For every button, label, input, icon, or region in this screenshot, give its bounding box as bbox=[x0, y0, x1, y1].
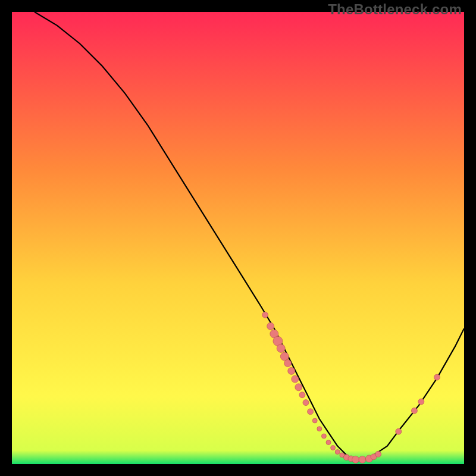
data-marker bbox=[418, 399, 424, 405]
data-marker bbox=[284, 360, 292, 367]
chart-frame bbox=[12, 12, 464, 464]
gradient-background bbox=[12, 12, 464, 464]
bottleneck-chart bbox=[12, 12, 464, 464]
data-marker bbox=[375, 451, 381, 457]
data-marker bbox=[434, 374, 440, 380]
data-marker bbox=[308, 409, 314, 415]
data-marker bbox=[295, 384, 302, 391]
data-marker bbox=[262, 312, 268, 318]
data-marker bbox=[292, 375, 299, 383]
data-marker bbox=[317, 427, 322, 431]
data-marker bbox=[359, 456, 366, 463]
data-marker bbox=[288, 367, 295, 374]
data-marker bbox=[280, 352, 289, 361]
data-marker bbox=[396, 428, 402, 434]
data-marker bbox=[331, 446, 336, 450]
data-marker bbox=[312, 418, 317, 423]
data-marker bbox=[303, 400, 309, 406]
data-marker bbox=[411, 408, 417, 414]
watermark-text: TheBottleneck.com bbox=[328, 1, 462, 18]
data-marker bbox=[299, 392, 305, 398]
data-marker bbox=[326, 440, 331, 445]
data-marker bbox=[277, 344, 285, 352]
data-marker bbox=[321, 434, 326, 439]
data-marker bbox=[335, 450, 340, 455]
data-marker bbox=[267, 322, 274, 330]
data-marker bbox=[352, 456, 359, 463]
